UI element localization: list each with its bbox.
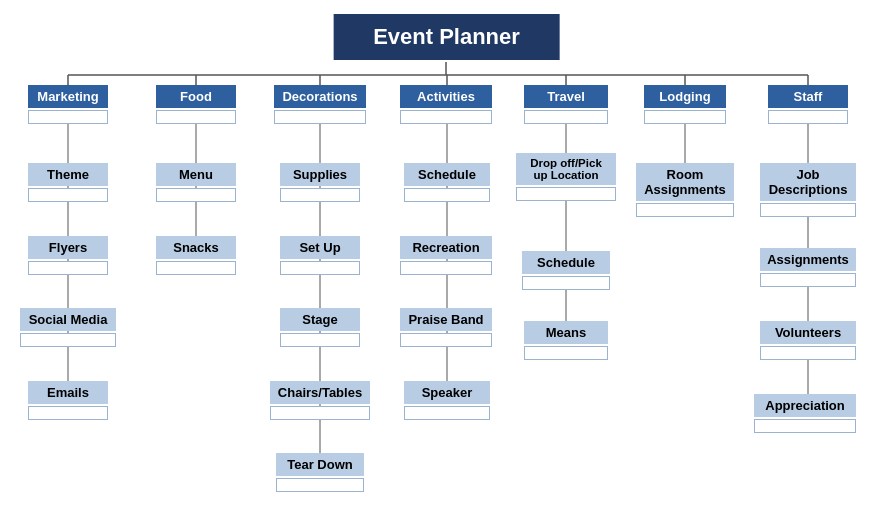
recreation-input[interactable] <box>400 261 492 275</box>
snacks-label: Snacks <box>156 236 236 259</box>
speaker-input[interactable] <box>404 406 490 420</box>
staff-label: Staff <box>768 85 848 108</box>
node-theme: Theme <box>28 163 108 202</box>
staff-input[interactable] <box>768 110 848 124</box>
setup-input[interactable] <box>280 261 360 275</box>
tear-down-label: Tear Down <box>276 453 364 476</box>
node-food: Food <box>156 85 236 124</box>
emails-input[interactable] <box>28 406 108 420</box>
node-marketing: Marketing <box>28 85 108 124</box>
node-schedule-travel: Schedule <box>522 251 610 290</box>
menu-label: Menu <box>156 163 236 186</box>
praise-band-input[interactable] <box>400 333 492 347</box>
assignments-input[interactable] <box>760 273 856 287</box>
travel-label: Travel <box>524 85 608 108</box>
volunteers-label: Volunteers <box>760 321 856 344</box>
dropoff-input[interactable] <box>516 187 616 201</box>
chairs-tables-input[interactable] <box>270 406 370 420</box>
job-descriptions-input[interactable] <box>760 203 856 217</box>
node-emails: Emails <box>28 381 108 420</box>
node-lodging: Lodging <box>644 85 726 124</box>
emails-label: Emails <box>28 381 108 404</box>
node-staff: Staff <box>768 85 848 124</box>
theme-input[interactable] <box>28 188 108 202</box>
node-speaker: Speaker <box>404 381 490 420</box>
node-assignments: Assignments <box>760 248 856 287</box>
node-recreation: Recreation <box>400 236 492 275</box>
travel-input[interactable] <box>524 110 608 124</box>
decorations-label: Decorations <box>274 85 366 108</box>
node-setup: Set Up <box>280 236 360 275</box>
praise-band-label: Praise Band <box>400 308 492 331</box>
stage-input[interactable] <box>280 333 360 347</box>
snacks-input[interactable] <box>156 261 236 275</box>
schedule-act-label: Schedule <box>404 163 490 186</box>
root-title: Event Planner <box>373 24 520 49</box>
lodging-input[interactable] <box>644 110 726 124</box>
node-schedule-act: Schedule <box>404 163 490 202</box>
node-job-descriptions: Job Descriptions <box>760 163 856 217</box>
flyers-input[interactable] <box>28 261 108 275</box>
social-media-input[interactable] <box>20 333 116 347</box>
volunteers-input[interactable] <box>760 346 856 360</box>
supplies-label: Supplies <box>280 163 360 186</box>
node-decorations: Decorations <box>274 85 366 124</box>
setup-label: Set Up <box>280 236 360 259</box>
activities-input[interactable] <box>400 110 492 124</box>
job-descriptions-label: Job Descriptions <box>760 163 856 201</box>
schedule-travel-label: Schedule <box>522 251 610 274</box>
node-snacks: Snacks <box>156 236 236 275</box>
root-node: Event Planner <box>333 14 560 60</box>
assignments-label: Assignments <box>760 248 856 271</box>
node-activities: Activities <box>400 85 492 124</box>
marketing-label: Marketing <box>28 85 108 108</box>
flyers-label: Flyers <box>28 236 108 259</box>
node-tear-down: Tear Down <box>276 453 364 492</box>
recreation-label: Recreation <box>400 236 492 259</box>
node-volunteers: Volunteers <box>760 321 856 360</box>
node-social-media: Social Media <box>20 308 116 347</box>
decorations-input[interactable] <box>274 110 366 124</box>
activities-label: Activities <box>400 85 492 108</box>
speaker-label: Speaker <box>404 381 490 404</box>
room-assignments-input[interactable] <box>636 203 734 217</box>
node-chairs-tables: Chairs/Tables <box>270 381 370 420</box>
schedule-travel-input[interactable] <box>522 276 610 290</box>
chairs-tables-label: Chairs/Tables <box>270 381 370 404</box>
theme-label: Theme <box>28 163 108 186</box>
node-room-assignments: Room Assignments <box>636 163 734 217</box>
node-dropoff: Drop off/Pick up Location <box>516 153 616 201</box>
appreciation-input[interactable] <box>754 419 856 433</box>
node-means: Means <box>524 321 608 360</box>
node-menu: Menu <box>156 163 236 202</box>
menu-input[interactable] <box>156 188 236 202</box>
supplies-input[interactable] <box>280 188 360 202</box>
node-appreciation: Appreciation <box>754 394 856 433</box>
stage-label: Stage <box>280 308 360 331</box>
appreciation-label: Appreciation <box>754 394 856 417</box>
node-stage: Stage <box>280 308 360 347</box>
lodging-label: Lodging <box>644 85 726 108</box>
food-label: Food <box>156 85 236 108</box>
room-assignments-label: Room Assignments <box>636 163 734 201</box>
means-input[interactable] <box>524 346 608 360</box>
marketing-input[interactable] <box>28 110 108 124</box>
node-flyers: Flyers <box>28 236 108 275</box>
node-travel: Travel <box>524 85 608 124</box>
tear-down-input[interactable] <box>276 478 364 492</box>
chart-container: Event Planner <box>0 0 893 526</box>
node-supplies: Supplies <box>280 163 360 202</box>
node-praise-band: Praise Band <box>400 308 492 347</box>
schedule-act-input[interactable] <box>404 188 490 202</box>
means-label: Means <box>524 321 608 344</box>
dropoff-label: Drop off/Pick up Location <box>516 153 616 185</box>
food-input[interactable] <box>156 110 236 124</box>
social-media-label: Social Media <box>20 308 116 331</box>
